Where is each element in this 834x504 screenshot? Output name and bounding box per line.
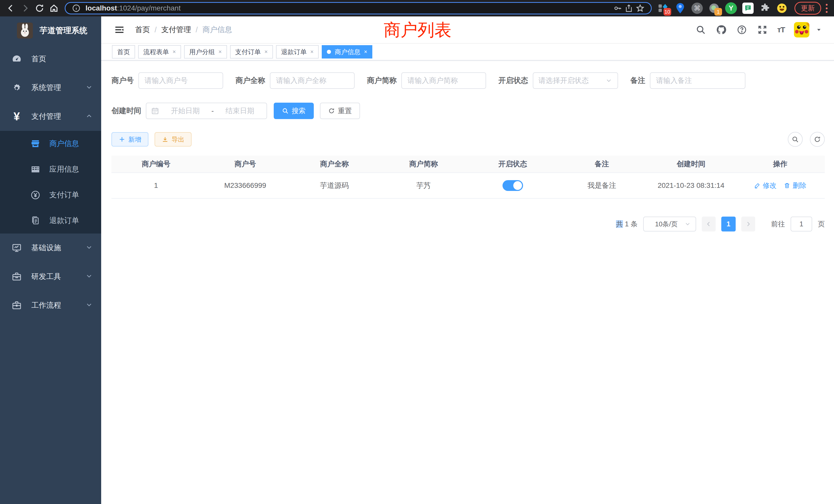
col-header-id: 商户编号 <box>111 159 200 169</box>
sidebar-item-refund-order[interactable]: 退款订单 <box>0 208 101 233</box>
sidebar-item-pay[interactable]: ¥ 支付管理 <box>0 102 101 131</box>
share-icon[interactable] <box>623 3 635 14</box>
chrome-update-button[interactable]: 更新 <box>794 2 821 15</box>
extension-y-icon[interactable]: Y <box>725 2 737 14</box>
sidebar-item-dev-tools[interactable]: 研发工具 <box>0 262 101 291</box>
export-button[interactable]: 导出 <box>155 132 192 146</box>
main-panel: 首页 / 支付管理 / 商户信息 <box>101 17 834 504</box>
font-size-icon[interactable]: ᴛT <box>777 25 785 34</box>
tab-refund-order[interactable]: 退款订单× <box>276 45 319 59</box>
github-icon[interactable] <box>716 24 727 36</box>
filter-row-1: 商户号 商户全称 商户简称 开启状态 请选择开启状态 备注 <box>111 72 825 89</box>
tab-user-group[interactable]: 用户分组× <box>184 45 227 59</box>
url-text[interactable]: localhost:1024/pay/merchant <box>86 4 612 12</box>
extension-badge: 10 <box>663 8 671 16</box>
header-search-icon[interactable] <box>695 24 706 36</box>
close-icon[interactable]: × <box>219 48 222 55</box>
close-icon[interactable]: × <box>310 48 314 55</box>
gear-icon <box>11 82 23 94</box>
create-time-range-picker[interactable]: 开始日期 - 结束日期 <box>146 102 267 119</box>
tab-process-form[interactable]: 流程表单× <box>138 45 181 59</box>
reset-button-label: 重置 <box>338 106 352 115</box>
col-header-full-name: 商户全称 <box>290 159 379 169</box>
extensions-area: 10 ⌘ 1 Y <box>657 2 788 14</box>
page-size-value: 10条/页 <box>649 220 684 229</box>
extension-chat-icon[interactable] <box>742 2 754 14</box>
toggle-search-button[interactable] <box>788 132 803 147</box>
extension-emoji-icon[interactable] <box>776 2 788 14</box>
sidebar-item-infra[interactable]: 基础设施 <box>0 233 101 262</box>
search-button[interactable]: 搜索 <box>274 102 314 119</box>
breadcrumb-pay[interactable]: 支付管理 <box>161 25 191 35</box>
help-icon[interactable] <box>736 24 747 36</box>
short-name-input[interactable] <box>401 72 486 89</box>
status-toggle-on[interactable] <box>503 180 523 191</box>
prev-page-button[interactable] <box>702 216 716 231</box>
tags-view-bar: 首页 流程表单× 用户分组× 支付订单× 退款订单× 商户信息× <box>101 44 834 61</box>
breadcrumb-home[interactable]: 首页 <box>135 25 150 35</box>
extension-diamond-icon[interactable]: 10 <box>657 2 669 14</box>
sidebar-collapse-icon[interactable] <box>113 24 125 36</box>
password-key-icon[interactable] <box>612 3 623 14</box>
avatar-caret-icon[interactable] <box>815 26 822 33</box>
tab-merchant-info[interactable]: 商户信息× <box>322 45 372 59</box>
delete-link[interactable]: 删除 <box>784 181 806 190</box>
app-navbar: 首页 / 支付管理 / 商户信息 <box>101 17 834 44</box>
pagination-total-highlight: 共 <box>616 220 623 228</box>
page-number-current[interactable]: 1 <box>721 216 736 231</box>
col-header-short-name: 商户简称 <box>379 159 468 169</box>
user-avatar[interactable] <box>794 22 809 38</box>
extension-pin-icon[interactable] <box>674 2 686 14</box>
add-button[interactable]: 新增 <box>111 132 148 146</box>
close-icon[interactable]: × <box>364 48 367 55</box>
merchant-no-input[interactable] <box>138 72 223 89</box>
col-header-merchant-no: 商户号 <box>200 159 290 169</box>
tab-home[interactable]: 首页 <box>112 45 135 59</box>
goto-page-input[interactable] <box>791 216 812 231</box>
sidebar-item-workflow[interactable]: 工作流程 <box>0 291 101 320</box>
yen-icon: ¥ <box>11 111 23 122</box>
sidebar-item-pay-order[interactable]: 支付订单 <box>0 182 101 208</box>
address-bar[interactable]: localhost:1024/pay/merchant <box>65 2 652 14</box>
status-select[interactable]: 请选择开启状态 <box>533 72 618 89</box>
sidebar-menu: 首页 系统管理 ¥ 支付管理 <box>0 45 101 320</box>
next-page-button[interactable] <box>741 216 755 231</box>
close-icon[interactable]: × <box>173 48 176 55</box>
page-size-select[interactable]: 10条/页 <box>643 216 696 231</box>
full-name-input[interactable] <box>270 72 355 89</box>
sidebar-item-app-info[interactable]: 应用信息 <box>0 157 101 182</box>
refresh-button[interactable] <box>810 132 825 147</box>
chevron-down-icon <box>85 301 94 310</box>
breadcrumb-separator: / <box>155 26 157 34</box>
screen: localhost:1024/pay/merchant 10 ⌘ <box>0 0 834 504</box>
sidebar-item-system[interactable]: 系统管理 <box>0 73 101 102</box>
sidebar-item-home[interactable]: 首页 <box>0 45 101 73</box>
col-header-actions: 操作 <box>736 159 825 169</box>
bookmark-star-icon[interactable] <box>635 3 646 14</box>
edit-link-label: 修改 <box>763 181 776 190</box>
site-info-icon[interactable] <box>71 3 82 14</box>
browser-forward-icon[interactable] <box>18 1 32 16</box>
reset-button[interactable]: 重置 <box>320 102 360 119</box>
browser-toolbar: localhost:1024/pay/merchant 10 ⌘ <box>0 0 834 17</box>
edit-link[interactable]: 修改 <box>754 181 776 190</box>
browser-home-icon[interactable] <box>47 1 61 16</box>
extension-command-icon[interactable]: ⌘ <box>691 2 703 14</box>
sidebar-item-merchant-info[interactable]: 商户信息 <box>0 131 101 157</box>
tab-label: 退款订单 <box>281 48 307 56</box>
extensions-puzzle-icon[interactable] <box>759 2 771 14</box>
app-logo <box>17 23 33 39</box>
close-icon[interactable]: × <box>264 48 268 55</box>
update-label: 更新 <box>801 4 815 13</box>
date-separator: - <box>211 107 214 115</box>
tab-pay-order[interactable]: 支付订单× <box>230 45 273 59</box>
remark-input[interactable] <box>650 72 745 89</box>
browser-reload-icon[interactable] <box>32 1 47 16</box>
browser-back-icon[interactable] <box>4 1 18 16</box>
monitor-icon <box>11 242 23 254</box>
browser-menu-icon[interactable] <box>823 2 830 14</box>
extension-recorder-icon[interactable]: 1 <box>708 2 720 14</box>
sidebar-logo-row[interactable]: 芋道管理系统 <box>0 17 101 45</box>
fullscreen-icon[interactable] <box>757 24 768 36</box>
navbar-actions: ᴛT <box>695 22 822 38</box>
